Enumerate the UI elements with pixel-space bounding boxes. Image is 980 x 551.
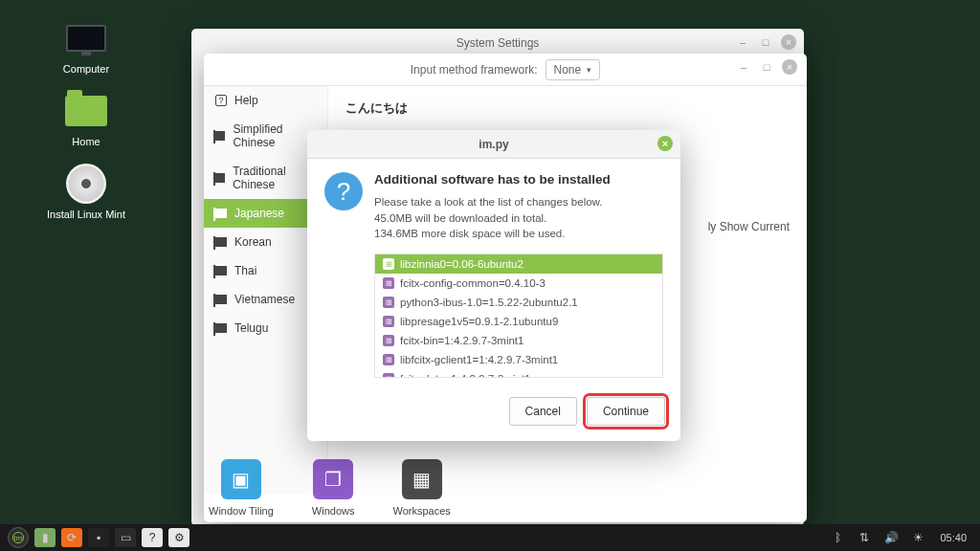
files-icon[interactable]: ▮ xyxy=(34,528,56,547)
desktop-icons: Computer Home Install Linux Mint xyxy=(0,19,172,237)
category-windows[interactable]: ❐Windows xyxy=(312,459,355,517)
dialog-title: im.py xyxy=(479,138,508,151)
package-list[interactable]: ⊞libzinnia0=0.06-6ubuntu2 ⊞fcitx-config-… xyxy=(374,253,663,378)
package-icon: ⊞ xyxy=(383,277,394,289)
flag-icon xyxy=(215,131,225,141)
settings-title: System Settings xyxy=(457,36,540,50)
minimize-icon[interactable]: – xyxy=(736,59,751,75)
cancel-button[interactable]: Cancel xyxy=(509,397,577,426)
im-framework-combo[interactable]: None xyxy=(546,59,601,80)
workspaces-icon: ▦ xyxy=(402,459,442,499)
package-icon: ⊞ xyxy=(383,335,394,346)
maximize-icon[interactable]: □ xyxy=(759,59,774,75)
dialog-titlebar[interactable]: im.py × xyxy=(307,130,680,159)
task-impy-icon[interactable]: ? xyxy=(142,528,163,547)
taskbar[interactable]: lm ▮ ⟳ ▪ ▭ ? ⚙ ᛒ ⇅ 🔊 ☀ 05:40 xyxy=(0,524,980,551)
monitor-icon xyxy=(66,25,106,52)
dialog-line2: 45.0MB will be downloaded in total. xyxy=(374,212,546,224)
desktop-icon-label: Home xyxy=(29,136,144,147)
package-icon: ⊞ xyxy=(383,373,394,378)
task-settings-icon[interactable]: ⚙ xyxy=(168,528,189,547)
bluetooth-icon[interactable]: ᛒ xyxy=(827,528,848,547)
folder-icon xyxy=(65,96,107,126)
flag-icon xyxy=(215,173,225,183)
category-workspaces[interactable]: ▦Workspaces xyxy=(392,459,450,517)
dialog-actions: Cancel Continue xyxy=(307,387,680,441)
continue-button[interactable]: Continue xyxy=(587,397,665,426)
sidebar-item-help[interactable]: ?Help xyxy=(204,86,327,115)
package-row[interactable]: ⊞fcitx-bin=1:4.2.9.7-3mint1 xyxy=(375,331,662,350)
disc-icon xyxy=(66,164,106,204)
dialog-heading: Additional software has to be installed xyxy=(374,172,611,187)
network-icon[interactable]: ⇅ xyxy=(854,528,875,547)
package-icon: ⊞ xyxy=(383,297,394,308)
help-icon: ? xyxy=(215,95,227,106)
greeting-heading: こんにちは xyxy=(345,100,408,115)
package-row[interactable]: ⊞libpresage1v5=0.9.1-2.1ubuntu9 xyxy=(375,312,662,331)
dialog-line1: Please take a look at the list of change… xyxy=(374,196,602,208)
desktop-icon-install[interactable]: Install Linux Mint xyxy=(29,165,144,220)
terminal-icon[interactable]: ▪ xyxy=(88,528,109,547)
desktop-icon-label: Install Linux Mint xyxy=(29,209,144,220)
im-toolbar: Input method framework: None – □ × xyxy=(204,54,807,86)
package-row[interactable]: ⊞fcitx-data=1:4.2.9.7-3mint1 xyxy=(375,369,662,378)
dialog-line3: 134.6MB more disk space will be used. xyxy=(374,228,565,239)
updates-icon[interactable]: ⟳ xyxy=(61,528,82,547)
close-icon[interactable]: × xyxy=(657,136,673,151)
menu-button[interactable]: lm xyxy=(8,527,29,548)
package-icon: ⊞ xyxy=(383,316,394,327)
flag-icon xyxy=(215,295,227,304)
close-icon[interactable]: × xyxy=(782,59,797,75)
desktop-icon-home[interactable]: Home xyxy=(29,92,144,147)
question-icon: ? xyxy=(324,172,363,210)
package-row[interactable]: ⊞python3-ibus-1.0=1.5.22-2ubuntu2.1 xyxy=(375,293,662,312)
maximize-icon[interactable]: □ xyxy=(758,34,773,50)
flag-icon xyxy=(215,266,227,276)
flag-icon xyxy=(215,323,227,333)
minimize-icon[interactable]: – xyxy=(735,34,750,50)
install-dialog: im.py × ? Additional software has to be … xyxy=(307,130,680,441)
brightness-icon[interactable]: ☀ xyxy=(907,528,928,547)
tiling-icon: ▣ xyxy=(221,459,261,499)
im-framework-label: Input method framework: xyxy=(411,63,538,77)
settings-categories: ▣Window Tiling ❐Windows ▦Workspaces xyxy=(209,459,451,517)
volume-icon[interactable]: 🔊 xyxy=(880,528,902,547)
package-row[interactable]: ⊞libzinnia0=0.06-6ubuntu2 xyxy=(375,254,662,274)
task-files-icon[interactable]: ▭ xyxy=(115,528,136,547)
clock[interactable]: 05:40 xyxy=(934,532,972,543)
package-icon: ⊞ xyxy=(383,258,394,270)
category-window-tiling[interactable]: ▣Window Tiling xyxy=(209,459,274,517)
package-icon: ⊞ xyxy=(383,354,394,365)
package-row[interactable]: ⊞fcitx-config-common=0.4.10-3 xyxy=(375,274,662,293)
close-icon[interactable]: × xyxy=(781,34,796,50)
desktop-icon-label: Computer xyxy=(29,63,144,75)
package-row[interactable]: ⊞libfcitx-gclient1=1:4.2.9.7-3mint1 xyxy=(375,350,662,369)
desktop-icon-computer[interactable]: Computer xyxy=(29,19,144,75)
flag-icon xyxy=(215,209,227,218)
windows-icon: ❐ xyxy=(313,459,353,499)
flag-icon xyxy=(215,237,227,247)
show-current-text: ly Show Current xyxy=(708,220,790,233)
